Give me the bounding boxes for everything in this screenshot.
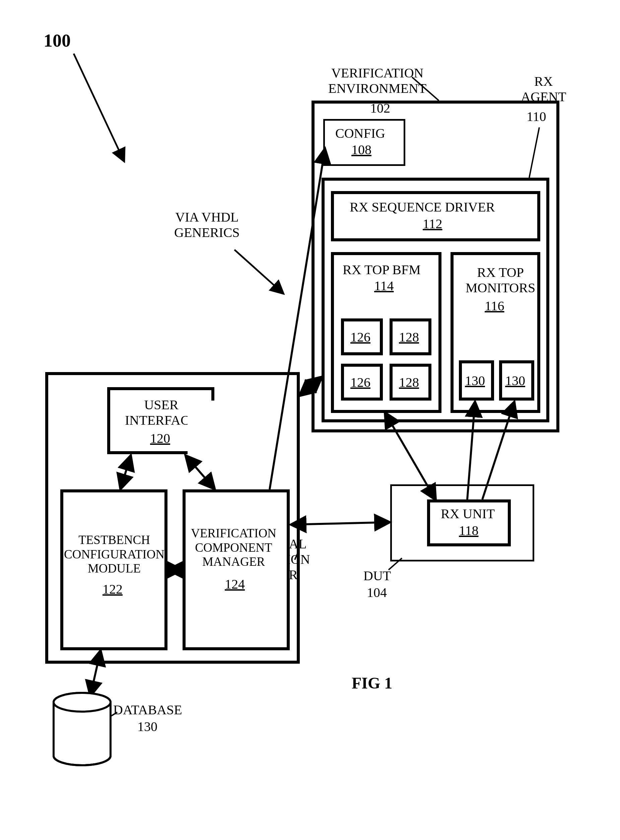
vcm-title-inner: VERIFICATION COMPONENT MANAGER <box>191 526 276 569</box>
rx-agent-title: RX AGENT <box>521 74 566 105</box>
bfm-sub-128-a-ref: 128 <box>399 329 419 345</box>
rx-unit-title: RX UNIT <box>441 506 495 522</box>
rx-agent-ref: 110 <box>527 109 546 124</box>
svg-line-0 <box>74 54 124 161</box>
user-interface-title: USER INTERFACE <box>125 397 198 428</box>
config-ref: 108 <box>351 142 372 158</box>
figure-caption: FIG 1 <box>352 674 392 692</box>
svg-point-17 <box>54 693 111 712</box>
testbench-config-title: TESTBENCH CONFIGURATION MODULE <box>64 533 164 576</box>
patch <box>188 401 295 471</box>
rx-sequence-driver-title: RX SEQUENCE DRIVER <box>350 199 495 215</box>
dut-title: DUT <box>363 568 391 584</box>
vcm-ref-inner: 124 <box>225 576 245 592</box>
via-vhdl-generics-label: VIA VHDL GENERICS <box>174 210 240 240</box>
testbench-config-ref: 122 <box>102 582 123 597</box>
vcm-box <box>182 489 290 650</box>
dut-ref: 104 <box>367 585 387 600</box>
rx-unit-ref: 118 <box>459 523 479 538</box>
svg-line-6 <box>291 522 389 525</box>
rx-top-bfm-ref: 114 <box>374 278 394 294</box>
config-title: CONFIG <box>335 126 385 141</box>
rx-top-monitors-title: RX TOP MONITORS <box>466 265 535 296</box>
database-ref: 130 <box>137 719 157 734</box>
bfm-sub-126-a-ref: 126 <box>351 329 370 345</box>
bfm-sub-128-b-ref: 128 <box>399 375 419 390</box>
svg-line-3 <box>235 250 283 293</box>
verification-environment-title: VERIFICATION ENVIRONMENT <box>328 65 426 96</box>
monitors-sub-130-b-ref: 130 <box>505 373 525 389</box>
database-cylinder <box>54 693 111 765</box>
monitors-sub-130-a-ref: 130 <box>465 373 485 389</box>
bfm-sub-126-b-ref: 126 <box>351 375 370 390</box>
rx-top-monitors-ref: 116 <box>485 298 504 314</box>
rx-top-bfm-title: RX TOP BFM <box>343 262 421 277</box>
svg-point-19 <box>54 693 111 712</box>
database-title: DATABASE <box>113 702 182 718</box>
verification-environment-ref: 102 <box>370 101 390 116</box>
figure-number: 100 <box>44 30 71 51</box>
rx-sequence-driver-ref: 112 <box>423 216 442 232</box>
user-interface-ref: 120 <box>150 431 170 446</box>
svg-rect-18 <box>54 702 110 756</box>
